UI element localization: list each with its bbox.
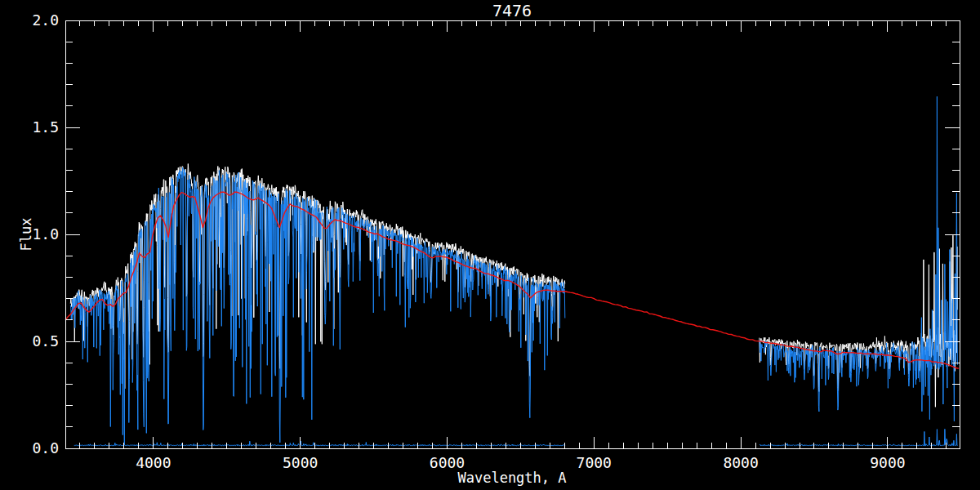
plot-canvas: 4000500060007000800090000.00.51.01.52.0 … [0, 0, 980, 490]
y-tick-label: 1.0 [32, 225, 59, 243]
y-axis-label: Flux [18, 218, 34, 252]
x-axis-label: Wavelength, A [457, 470, 566, 486]
observed-spectrum-path [760, 96, 958, 421]
x-tick-label: 9000 [870, 454, 905, 471]
y-tick-label: 1.5 [32, 118, 59, 136]
x-tick-label: 7000 [577, 454, 612, 471]
spectrum-chart: 4000500060007000800090000.00.51.01.52.0 … [0, 0, 980, 490]
x-tick-label: 4000 [136, 454, 171, 471]
x-tick-label: 5000 [283, 454, 318, 471]
y-tick-label: 0.5 [32, 332, 59, 350]
series-layer [65, 96, 959, 446]
y-tick-label: 0.0 [32, 439, 59, 457]
x-tick-label: 6000 [430, 454, 465, 471]
plot-title: 7476 [492, 1, 532, 20]
y-tick-label: 2.0 [32, 11, 59, 29]
x-tick-label: 8000 [723, 454, 758, 471]
